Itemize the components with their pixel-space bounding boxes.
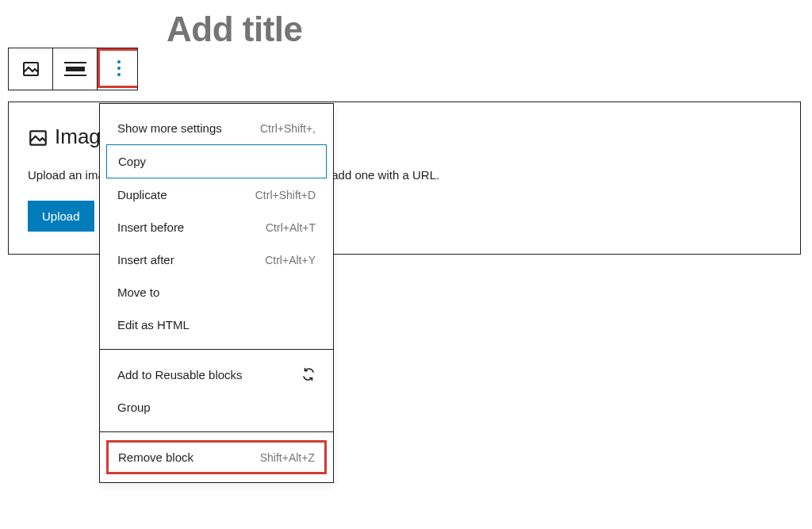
menu-item-label: Show more settings [117,121,222,135]
page-title-placeholder[interactable]: Add title [167,10,302,49]
reusable-icon [301,367,316,381]
menu-item-shortcut: Ctrl+Alt+Y [265,254,316,266]
menu-item-label: Insert after [117,253,174,266]
dropdown-section-edit: Show more settings Ctrl+Shift+, Copy Dup… [100,104,333,350]
menu-item-label: Edit as HTML [117,318,190,332]
menu-item-shortcut: Shift+Alt+Z [260,451,315,464]
menu-item-label: Copy [118,155,146,168]
menu-item-show-more-settings[interactable]: Show more settings Ctrl+Shift+, [100,112,333,144]
menu-item-label: Remove block [118,450,193,464]
block-options-dropdown: Show more settings Ctrl+Shift+, Copy Dup… [99,103,334,483]
more-vertical-icon [117,60,121,76]
menu-item-add-to-reusable-blocks[interactable]: Add to Reusable blocks [100,358,333,391]
menu-item-group[interactable]: Group [100,391,333,424]
align-icon [64,62,86,76]
more-options-button[interactable] [98,48,137,88]
menu-item-shortcut: Ctrl+Alt+T [266,221,316,234]
menu-item-copy[interactable]: Copy [106,144,327,178]
menu-item-label: Group [117,401,151,414]
menu-item-label: Move to [117,286,159,299]
menu-item-label: Add to Reusable blocks [117,368,243,381]
image-icon [21,59,40,79]
menu-item-shortcut: Ctrl+Shift+, [260,122,316,135]
menu-item-insert-before[interactable]: Insert before Ctrl+Alt+T [100,211,333,243]
menu-item-insert-after[interactable]: Insert after Ctrl+Alt+Y [100,243,333,276]
block-type-button[interactable] [9,48,53,90]
image-icon [28,128,47,147]
align-button[interactable] [53,48,98,90]
upload-button[interactable]: Upload [28,201,94,232]
menu-item-shortcut: Ctrl+Shift+D [255,189,316,201]
dropdown-section-reuse: Add to Reusable blocks Group [100,350,333,432]
block-toolbar [8,48,138,90]
menu-item-edit-as-html[interactable]: Edit as HTML [100,309,333,341]
menu-item-label: Insert before [117,220,184,234]
menu-item-move-to[interactable]: Move to [100,276,333,309]
menu-item-label: Duplicate [117,188,167,201]
menu-item-duplicate[interactable]: Duplicate Ctrl+Shift+D [100,178,333,211]
dropdown-section-remove: Remove block Shift+Alt+Z [100,432,333,482]
menu-item-remove-block[interactable]: Remove block Shift+Alt+Z [106,440,327,474]
